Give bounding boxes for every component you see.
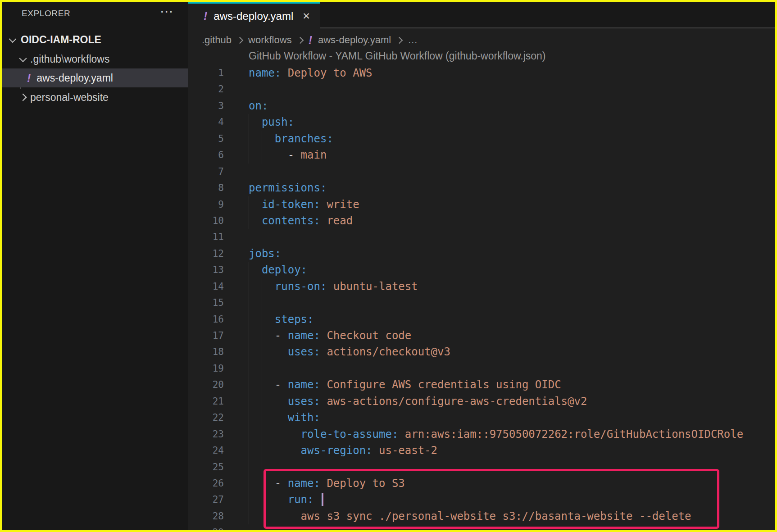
line-number: 6	[188, 147, 224, 163]
code-line[interactable]: 24 aws-region: us-east-2	[188, 442, 775, 459]
sidebar-item-root-folder[interactable]: OIDC-IAM-ROLE	[2, 30, 196, 49]
folder-label: .github\workflows	[30, 53, 109, 65]
indent-guide	[262, 459, 262, 475]
line-number: 8	[188, 180, 224, 196]
code-line[interactable]: 14 runs-on: ubuntu-latest	[188, 278, 775, 295]
indent-guide	[249, 213, 249, 229]
close-icon[interactable]: ✕	[302, 11, 310, 22]
code-line[interactable]: 19	[188, 360, 775, 377]
sidebar-item-aws-deploy-yaml[interactable]: ! aws-deploy.yaml	[2, 68, 213, 87]
indent-guide	[249, 393, 249, 409]
line-number: 15	[188, 295, 224, 311]
sidebar-item-personal-website[interactable]: personal-website	[2, 88, 206, 107]
indent-guide	[249, 491, 249, 508]
indent-guide	[249, 196, 249, 213]
code-text	[224, 164, 775, 180]
code-line[interactable]: 27 run:	[188, 491, 775, 508]
code-line[interactable]: 13 deploy:	[188, 262, 775, 278]
code-line[interactable]: 9 id-token: write	[188, 196, 775, 213]
indent-guide	[262, 147, 262, 163]
breadcrumb-item[interactable]: …	[408, 34, 418, 46]
indent-guide	[275, 426, 275, 442]
explorer-title: EXPLORER	[22, 9, 70, 18]
code-line[interactable]: 29	[188, 524, 775, 530]
editor-pane[interactable]: .githubworkflows!aws-deploy.yaml… GitHub…	[188, 28, 775, 530]
line-number: 27	[188, 491, 224, 508]
code-text: contents: read	[224, 213, 775, 229]
tab-bar: ! aws-deploy.yaml ✕	[188, 2, 775, 28]
vscode-window: EXPLORER ⋯ OIDC-IAM-ROLE .github\workflo…	[0, 0, 777, 532]
code-text: steps:	[224, 311, 775, 327]
more-actions-icon[interactable]: ⋯	[160, 3, 174, 19]
cursor-caret	[322, 493, 323, 506]
code-line[interactable]: 21 uses: aws-actions/configure-aws-crede…	[188, 393, 775, 409]
breadcrumb-item[interactable]: workflows	[248, 34, 292, 46]
indent-guide	[262, 344, 262, 360]
code-line[interactable]: 26 - name: Deploy to S3	[188, 475, 775, 491]
indent-guide	[262, 491, 262, 508]
code-text: id-token: write	[224, 196, 775, 213]
indent-guide	[262, 426, 262, 442]
indent-guide	[262, 442, 262, 459]
code-line[interactable]: 28 aws s3 sync ./personal-website s3://b…	[188, 508, 775, 524]
line-number: 3	[188, 98, 224, 114]
code-text: uses: actions/checkout@v3	[224, 344, 775, 360]
code-text: role-to-assume: arn:aws:iam::97505007226…	[224, 426, 775, 442]
indent-guide	[275, 147, 275, 163]
indent-guide	[262, 409, 262, 426]
sidebar-item-github-workflows[interactable]: .github\workflows	[2, 50, 206, 68]
code-line[interactable]: 12jobs:	[188, 246, 775, 262]
yaml-warning-file-icon: !	[204, 9, 207, 23]
code-line[interactable]: 20 - name: Configure AWS credentials usi…	[188, 377, 775, 393]
code-text	[224, 360, 775, 377]
tab-aws-deploy-yaml[interactable]: ! aws-deploy.yaml ✕	[188, 2, 320, 28]
code-line[interactable]: 3on:	[188, 98, 775, 114]
code-line[interactable]: 1name: Deploy to AWS	[188, 65, 775, 81]
code-text: run:	[224, 491, 775, 508]
code-line[interactable]: 11	[188, 229, 775, 245]
code-line[interactable]: 4 push:	[188, 114, 775, 130]
root-folder-label: OIDC-IAM-ROLE	[21, 34, 101, 46]
yaml-warning-file-icon: !	[27, 72, 31, 85]
indent-guide	[288, 442, 288, 459]
indent-guide	[249, 295, 249, 311]
line-number: 5	[188, 131, 224, 147]
line-number: 9	[188, 196, 224, 213]
indent-guide	[262, 377, 262, 393]
line-number: 26	[188, 475, 224, 491]
indent-guide	[249, 114, 249, 130]
code-line[interactable]: 16 steps:	[188, 311, 775, 327]
code-line[interactable]: 5 branches:	[188, 131, 775, 147]
code-line[interactable]: 23 role-to-assume: arn:aws:iam::97505007…	[188, 426, 775, 442]
code-text	[224, 229, 775, 245]
code-line[interactable]: 22 with:	[188, 409, 775, 426]
indent-guide	[249, 475, 249, 491]
indent-guide	[249, 377, 249, 393]
chevron-down-icon	[9, 35, 17, 43]
code-text: push:	[224, 114, 775, 130]
breadcrumb-item[interactable]: aws-deploy.yaml	[318, 34, 391, 46]
code-line[interactable]: 8permissions:	[188, 180, 775, 196]
indent-guide	[249, 360, 249, 377]
line-number: 13	[188, 262, 224, 278]
code-text: permissions:	[224, 180, 775, 196]
code-line[interactable]: 2	[188, 81, 775, 97]
indent-guide	[262, 295, 262, 311]
code-line[interactable]: 17 - name: Checkout code	[188, 327, 775, 344]
code-text	[224, 295, 775, 311]
indent-guide	[275, 409, 275, 426]
code-text: - name: Configure AWS credentials using …	[224, 377, 775, 393]
code-text: branches:	[224, 131, 775, 147]
code-line[interactable]: 6 - main	[188, 147, 775, 163]
code-line[interactable]: 7	[188, 164, 775, 180]
indent-guide	[262, 311, 262, 327]
code-line[interactable]: 25	[188, 459, 775, 475]
explorer-sidebar: EXPLORER ⋯ OIDC-IAM-ROLE .github\workflo…	[2, 2, 188, 530]
code-line[interactable]: 10 contents: read	[188, 213, 775, 229]
code-line[interactable]: 15	[188, 295, 775, 311]
code-line[interactable]: 18 uses: actions/checkout@v3	[188, 344, 775, 360]
breadcrumb-item[interactable]: .github	[202, 34, 232, 46]
line-number: 1	[188, 65, 224, 81]
code-text: - name: Deploy to S3	[224, 475, 775, 491]
line-number: 4	[188, 114, 224, 130]
